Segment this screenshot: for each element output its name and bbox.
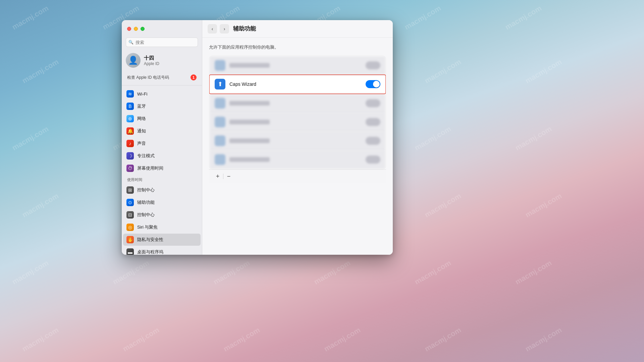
app-toggle-caps-wizard[interactable] (366, 80, 380, 88)
sidebar-item-accessibility[interactable]: ⊙辅助功能 (123, 196, 201, 208)
search-bar: 🔍 (126, 38, 198, 47)
notification-label: 检查 Apple ID 电话号码 (127, 75, 169, 80)
macos-window: 🔍 👤 十四 Apple ID 检查 Apple ID 电话号码 1 ≋Wi-F… (122, 20, 393, 255)
network-icon: ⊛ (126, 115, 134, 122)
sidebar-item-privacy[interactable]: ✋隐私与安全性 (123, 234, 201, 246)
avatar: 👤 (126, 53, 141, 68)
blurred-app-row (209, 113, 386, 131)
blurred-app-toggle (366, 99, 380, 107)
sidebar-divider-1 (122, 85, 202, 85)
privacy-icon: ✋ (126, 236, 134, 243)
sidebar-item-sound[interactable]: ♪声音 (123, 137, 201, 149)
accessibility-icon: ⊙ (126, 199, 134, 206)
action-divider (223, 174, 223, 179)
avatar-icon: 👤 (128, 56, 138, 65)
user-info: 十四 Apple ID (144, 55, 159, 66)
section-description: 允许下面的应用程序控制你的电脑。 (209, 44, 386, 50)
sound-icon: ♪ (126, 140, 134, 147)
sidebar-item-screen-time[interactable]: ⏱屏幕使用时间 (123, 162, 201, 174)
titlebar (122, 20, 202, 38)
sidebar-item-label-desktop: 桌面与程序坞 (137, 249, 163, 255)
blurred-app-icon (215, 117, 225, 127)
sidebar-item-siri[interactable]: ◎Siri 与聚焦 (123, 221, 201, 233)
sidebar-item-label-sound: 声音 (137, 140, 146, 146)
sidebar-item-label-network: 网络 (137, 116, 146, 122)
blurred-app-icon (215, 60, 225, 71)
sidebar-item-control2[interactable]: ⊟控制中心 (123, 209, 201, 221)
desktop-icon: ▬ (126, 248, 134, 255)
bluetooth-icon: B (126, 103, 134, 110)
sidebar-item-notify[interactable]: 🔔通知 (123, 125, 201, 137)
blurred-app-toggle (366, 156, 380, 164)
sidebar-section-header: 使用时间 (123, 175, 201, 184)
wifi-icon: ≋ (126, 90, 134, 98)
notify-icon: 🔔 (126, 127, 134, 135)
sidebar-item-label-accessibility: 辅助功能 (137, 199, 155, 205)
control-icon: ⊞ (126, 186, 134, 194)
blurred-app-row (209, 150, 386, 169)
blurred-app-name (229, 120, 270, 124)
sidebar: 🔍 👤 十四 Apple ID 检查 Apple ID 电话号码 1 ≋Wi-F… (122, 20, 202, 255)
blurred-app-toggle (366, 118, 380, 126)
minimize-button[interactable] (134, 27, 138, 31)
sidebar-item-bluetooth[interactable]: B蓝牙 (123, 100, 201, 112)
sidebar-item-focus[interactable]: ☽专注模式 (123, 150, 201, 162)
sidebar-item-label-notify: 通知 (137, 128, 146, 134)
sidebar-item-wifi[interactable]: ≋Wi-Fi (123, 88, 201, 100)
control2-icon: ⊟ (126, 211, 134, 219)
remove-app-button[interactable]: − (224, 172, 233, 181)
user-subtitle: Apple ID (144, 61, 159, 66)
sidebar-item-control1[interactable]: ⊞控制中心 (123, 184, 201, 196)
sidebar-item-label-control1: 控制中心 (137, 187, 155, 193)
add-app-button[interactable]: + (213, 172, 222, 181)
blurred-app-icon (215, 154, 225, 165)
blurred-app-name (229, 138, 270, 143)
sidebar-item-label-screen-time: 屏幕使用时间 (137, 165, 163, 171)
blurred-app-name (229, 63, 270, 68)
toggle-knob-caps-wizard (373, 81, 380, 87)
sidebar-item-label-bluetooth: 蓝牙 (137, 103, 146, 109)
siri-icon: ◎ (126, 224, 134, 231)
sidebar-item-label-privacy: 隐私与安全性 (137, 237, 163, 243)
list-actions: + − (209, 169, 386, 183)
sidebar-item-network[interactable]: ⊛网络 (123, 113, 201, 125)
blurred-app-toggle (366, 137, 380, 145)
sidebar-item-label-wifi: Wi-Fi (137, 92, 147, 97)
blurred-app-name (229, 157, 270, 162)
notification-badge: 1 (191, 74, 197, 80)
blurred-app-icon (215, 135, 225, 146)
content-body: 允许下面的应用程序控制你的电脑。 ⬆Caps Wizard + − (202, 38, 393, 255)
blurred-app-row (209, 94, 386, 113)
blurred-app-name (229, 101, 270, 106)
app-name-caps-wizard: Caps Wizard (229, 81, 362, 87)
sidebar-item-desktop[interactable]: ▬桌面与程序坞 (123, 246, 201, 255)
search-input[interactable] (126, 38, 198, 47)
apps-list: ⬆Caps Wizard (209, 56, 386, 169)
sidebar-item-label-focus: 专注模式 (137, 153, 155, 159)
back-button[interactable]: ‹ (208, 24, 217, 34)
sidebar-item-label-siri: Siri 与聚焦 (137, 224, 158, 230)
focus-icon: ☽ (126, 152, 134, 160)
sidebar-item-label-control2: 控制中心 (137, 212, 155, 218)
maximize-button[interactable] (141, 27, 145, 31)
blurred-app-icon (215, 98, 225, 109)
forward-button[interactable]: › (220, 24, 229, 34)
main-content: ‹ › 辅助功能 允许下面的应用程序控制你的电脑。 ⬆Caps Wizard +… (202, 20, 393, 255)
app-icon-caps-wizard: ⬆ (215, 79, 225, 89)
app-row-caps-wizard: ⬆Caps Wizard (209, 75, 386, 94)
search-icon: 🔍 (128, 40, 133, 45)
notification-row[interactable]: 检查 Apple ID 电话号码 1 (123, 72, 201, 83)
close-button[interactable] (127, 27, 131, 31)
blurred-app-toggle (366, 61, 380, 69)
blurred-app-row (209, 131, 386, 150)
screen-time-icon: ⏱ (126, 165, 134, 172)
blurred-app-row (209, 56, 386, 75)
page-title: 辅助功能 (233, 25, 256, 33)
user-section[interactable]: 👤 十四 Apple ID (122, 51, 202, 72)
sidebar-list: ≋Wi-FiB蓝牙⊛网络🔔通知♪声音☽专注模式⏱屏幕使用时间使用时间⊞控制中心⊙… (122, 87, 202, 255)
content-titlebar: ‹ › 辅助功能 (202, 20, 393, 38)
user-name: 十四 (144, 55, 159, 61)
